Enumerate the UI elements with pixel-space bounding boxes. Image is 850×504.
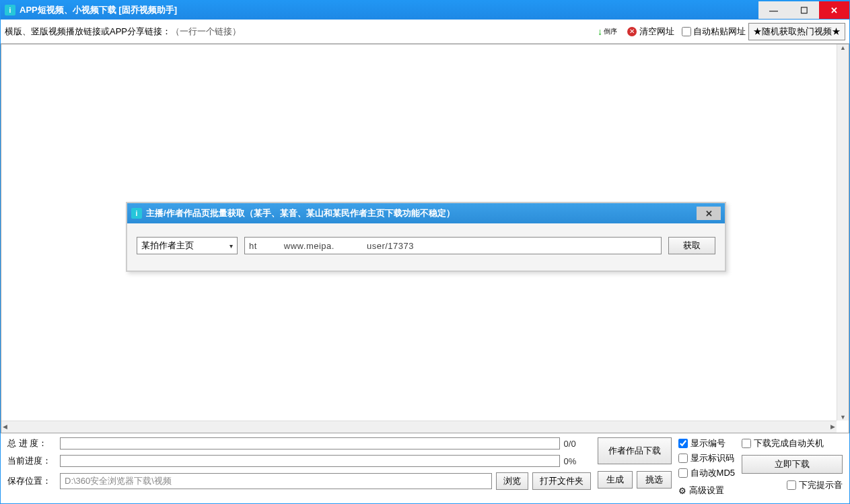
close-button[interactable]: ✕ <box>819 1 849 19</box>
toolbar: 横版、竖版视频播放链接或APP分享链接：（一行一个链接） ↓ 倒序 ✕ 清空网址… <box>1 20 849 44</box>
app-icon: i <box>5 5 15 15</box>
save-path-input[interactable] <box>60 473 492 489</box>
current-progress-bar <box>60 455 560 467</box>
current-progress-label: 当前进度： <box>7 455 56 467</box>
auto-shutdown-checkbox[interactable]: 下载完成自动关机 <box>742 437 843 449</box>
total-progress-text: 0/0 <box>564 439 591 449</box>
download-now-button[interactable]: 立即下载 <box>742 455 843 474</box>
random-hot-button[interactable]: ★随机获取热门视频★ <box>748 23 845 40</box>
total-progress-bar <box>60 437 560 449</box>
gear-icon: ⚙ <box>678 486 686 496</box>
author-url-input[interactable]: ht www.meipa. user/17373 <box>244 237 662 254</box>
maximize-button[interactable]: ☐ <box>789 1 819 19</box>
open-folder-button[interactable]: 打开文件夹 <box>532 472 591 490</box>
input-label: 横版、竖版视频播放链接或APP分享链接：（一行一个链接） <box>5 25 241 38</box>
pick-button[interactable]: 挑选 <box>637 471 672 489</box>
save-path-label: 保存位置： <box>7 475 56 487</box>
dialog-titlebar: i 主播/作者作品页批量获取（某手、某音、某山和某民作者主页下载功能不稳定） ✕ <box>127 203 725 223</box>
window-buttons: — ☐ ✕ <box>758 1 849 19</box>
advanced-settings-link[interactable]: ⚙ 高级设置 <box>678 484 735 497</box>
window-title: APP短视频、小视频下载 [固乔视频助手] <box>20 4 758 16</box>
current-progress-text: 0% <box>564 456 591 466</box>
clear-urls-button[interactable]: ✕ 清空网址 <box>623 24 679 40</box>
dialog-app-icon: i <box>131 208 142 219</box>
get-button[interactable]: 获取 <box>668 237 715 254</box>
clear-icon: ✕ <box>627 27 637 36</box>
done-sound-checkbox[interactable]: 下完提示音 <box>742 479 843 491</box>
chevron-down-icon: ▾ <box>229 242 233 250</box>
platform-dropdown[interactable]: 某拍作者主页 ▾ <box>137 237 238 254</box>
generate-button[interactable]: 生成 <box>598 471 633 489</box>
show-index-checkbox[interactable]: 显示编号 <box>678 437 735 449</box>
scrollbar-horizontal[interactable] <box>1 421 837 433</box>
author-works-button[interactable]: 作者作品下载 <box>598 437 672 464</box>
sort-button[interactable]: ↓ 倒序 <box>595 26 620 37</box>
bottom-panel: 总 进 度： 0/0 当前进度： 0% 保存位置： 浏览 打开文件夹 作者作品下… <box>1 433 849 503</box>
dialog-close-button[interactable]: ✕ <box>697 207 721 220</box>
autopaste-checkbox[interactable]: 自动粘贴网址 <box>682 26 746 38</box>
show-id-checkbox[interactable]: 显示标识码 <box>678 452 735 464</box>
dialog-title: 主播/作者作品页批量获取（某手、某音、某山和某民作者主页下载功能不稳定） <box>146 207 693 219</box>
auto-md5-checkbox[interactable]: 自动改MD5 <box>678 467 735 479</box>
titlebar: i APP短视频、小视频下载 [固乔视频助手] — ☐ ✕ <box>1 1 849 20</box>
minimize-button[interactable]: — <box>758 1 789 19</box>
scrollbar-vertical[interactable] <box>837 44 849 421</box>
total-progress-label: 总 进 度： <box>7 437 56 449</box>
browse-button[interactable]: 浏览 <box>496 472 528 490</box>
author-batch-dialog: i 主播/作者作品页批量获取（某手、某音、某山和某民作者主页下载功能不稳定） ✕… <box>126 202 726 272</box>
sort-down-icon: ↓ <box>598 26 602 37</box>
